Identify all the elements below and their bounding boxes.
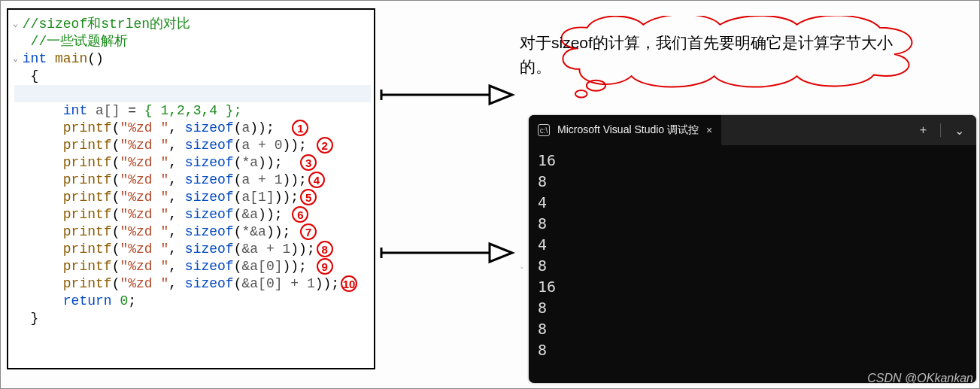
marker-5: 5 bbox=[300, 189, 317, 205]
comment-2: //一些试题解析 bbox=[31, 34, 129, 49]
cloud-text: 对于sizeof的计算，我们首先要明确它是计算字节大小 的。 bbox=[520, 31, 971, 79]
stmt-5: printf("%zd ", sizeof(a[1]));5 bbox=[14, 189, 371, 206]
marker-1: 1 bbox=[292, 120, 308, 136]
cloud-text-line2: 的。 bbox=[520, 58, 551, 75]
watermark: CSDN @OKkankan bbox=[867, 372, 973, 385]
stmt-1: printf("%zd ", sizeof(a)); 1 bbox=[14, 120, 371, 137]
out-5: 4 bbox=[538, 236, 547, 254]
stray-dot: ◦ bbox=[520, 264, 524, 272]
terminal-tab-title: Microsoft Visual Studio 调试控 bbox=[557, 123, 699, 137]
stmt-3: printf("%zd ", sizeof(*a)); 3 bbox=[14, 154, 371, 172]
parens: () bbox=[87, 51, 104, 66]
stmt-2: printf("%zd ", sizeof(a + 0)); 2 bbox=[14, 137, 371, 154]
comment-1: //sizeof和strlen的对比 bbox=[23, 17, 190, 32]
decl-int: int bbox=[63, 103, 87, 118]
svg-point-6 bbox=[587, 81, 605, 91]
out-10: 8 bbox=[538, 341, 547, 359]
marker-3: 3 bbox=[300, 154, 317, 171]
marker-6: 6 bbox=[292, 206, 308, 223]
out-1: 16 bbox=[538, 151, 556, 169]
ret-val: 0 bbox=[120, 293, 128, 308]
out-7: 16 bbox=[538, 278, 556, 296]
out-6: 8 bbox=[538, 257, 547, 275]
terminal-tab-icon: c:\ bbox=[538, 124, 550, 136]
fn-main: main bbox=[55, 51, 87, 66]
kw-return: return bbox=[63, 293, 112, 308]
kw-int: int bbox=[23, 51, 47, 66]
stmt-4: printf("%zd ", sizeof(a + 1));4 bbox=[14, 172, 371, 189]
svg-marker-5 bbox=[490, 244, 512, 262]
marker-10: 10 bbox=[341, 275, 357, 292]
tab-dropdown-icon[interactable]: ⌄ bbox=[954, 123, 964, 138]
cloud-text-line1: 对于sizeof的计算，我们首先要明确它是计算字节大小 bbox=[520, 34, 893, 51]
marker-4: 4 bbox=[308, 172, 325, 188]
marker-8: 8 bbox=[317, 241, 333, 257]
fold-icon: ⌄ bbox=[13, 50, 18, 68]
terminal-titlebar: c:\ Microsoft Visual Studio 调试控 × + ⌄ bbox=[529, 115, 976, 145]
out-4: 8 bbox=[538, 214, 547, 232]
decl-init: { 1,2,3,4 }; bbox=[144, 103, 242, 118]
marker-7: 7 bbox=[300, 223, 317, 240]
marker-2: 2 bbox=[317, 137, 333, 153]
terminal-window: c:\ Microsoft Visual Studio 调试控 × + ⌄ 16… bbox=[529, 115, 976, 383]
cursor-line bbox=[14, 85, 371, 102]
svg-point-7 bbox=[575, 90, 587, 97]
stmt-8: printf("%zd ", sizeof(&a + 1));8 bbox=[14, 241, 371, 258]
terminal-output: 16 8 4 8 4 8 16 8 8 8 bbox=[529, 145, 976, 365]
out-3: 4 bbox=[538, 193, 547, 211]
tab-close-icon[interactable]: × bbox=[706, 124, 712, 136]
stmt-6: printf("%zd ", sizeof(&a)); 6 bbox=[14, 206, 371, 223]
stmt-10: printf("%zd ", sizeof(&a[0] + 1));10 bbox=[14, 275, 371, 293]
stmt-9: printf("%zd ", sizeof(&a[0])); 9 bbox=[14, 258, 371, 275]
decl-var: a[] bbox=[96, 103, 120, 118]
fold-icon: ⌄ bbox=[13, 16, 18, 33]
marker-9: 9 bbox=[317, 258, 333, 275]
arrow-to-terminal bbox=[377, 230, 527, 275]
code-editor: ⌄ //sizeof和strlen的对比 //一些试题解析 ⌄ int main… bbox=[7, 8, 375, 369]
out-2: 8 bbox=[538, 172, 547, 190]
terminal-tab[interactable]: c:\ Microsoft Visual Studio 调试控 × bbox=[529, 115, 721, 145]
out-9: 8 bbox=[538, 320, 547, 338]
out-8: 8 bbox=[538, 299, 547, 317]
new-tab-button[interactable]: + bbox=[920, 123, 927, 137]
stmt-7: printf("%zd ", sizeof(*&a)); 7 bbox=[14, 223, 371, 241]
